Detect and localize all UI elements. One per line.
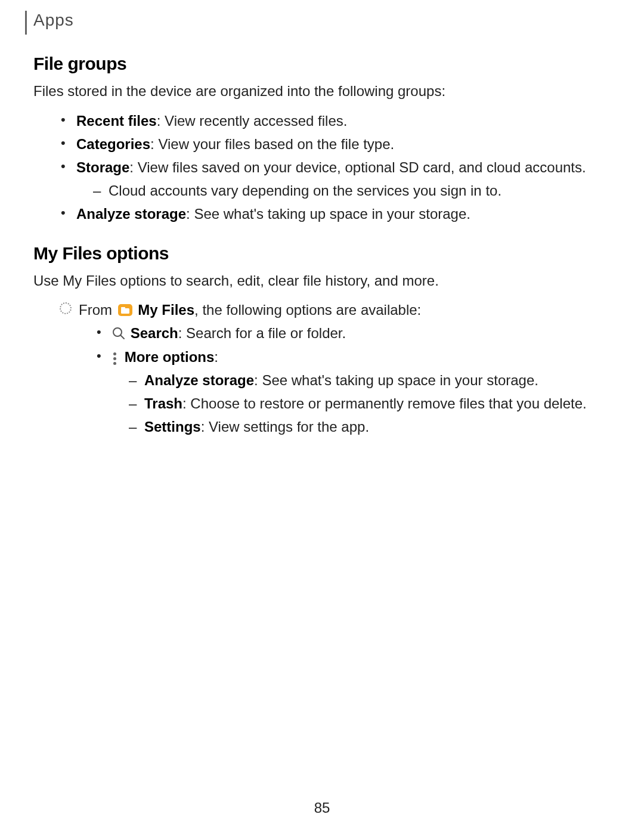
list-item: More options: Analyze storage: See what'… — [97, 346, 611, 438]
more-options-icon — [112, 351, 117, 364]
heading-file-groups: File groups — [33, 54, 611, 74]
item-label: Search — [131, 325, 178, 341]
list-item: Search: Search for a file or folder. — [97, 322, 611, 344]
item-label: Analyze storage — [76, 206, 186, 222]
from-line: From My Files, the following options are… — [61, 299, 611, 438]
item-desc: : Choose to restore or permanently remov… — [182, 395, 587, 411]
item-desc: : View recently accessed files. — [157, 113, 348, 129]
list-item: Recent files: View recently accessed fil… — [61, 110, 611, 132]
item-label: Settings — [144, 419, 201, 435]
circle-bullet-icon — [60, 302, 72, 314]
heading-my-files-options: My Files options — [33, 243, 611, 264]
item-desc: : See what's taking up space in your sto… — [186, 206, 470, 222]
intro-file-groups: Files stored in the device are organized… — [33, 81, 611, 101]
item-desc: : View your files based on the file type… — [150, 136, 394, 152]
item-desc: : View files saved on your device, optio… — [129, 159, 586, 175]
intro-my-files-options: Use My Files options to search, edit, cl… — [33, 271, 611, 291]
list-item: Settings: View settings for the app. — [129, 416, 611, 438]
breadcrumb: Apps — [33, 11, 611, 30]
from-suffix: , the following options are available: — [194, 302, 421, 318]
item-label: Categories — [76, 136, 150, 152]
item-desc: : See what's taking up space in your sto… — [254, 372, 538, 388]
item-colon: : — [214, 349, 218, 365]
svg-rect-1 — [121, 308, 129, 314]
page: Apps File groups Files stored in the dev… — [0, 0, 644, 833]
list-item: Cloud accounts vary depending on the ser… — [93, 179, 611, 202]
item-desc: Cloud accounts vary depending on the ser… — [109, 182, 501, 199]
list-item: Analyze storage: See what's taking up sp… — [61, 203, 611, 225]
options-list: Search: Search for a file or folder. Mor… — [97, 322, 611, 438]
my-files-label: My Files — [138, 302, 194, 318]
list-item: Trash: Choose to restore or permanently … — [129, 392, 611, 414]
page-number: 85 — [0, 800, 644, 816]
list-item: Analyze storage: See what's taking up sp… — [129, 369, 611, 391]
item-label: Storage — [76, 159, 129, 175]
item-label: More options — [125, 349, 215, 365]
sub-list: Cloud accounts vary depending on the ser… — [93, 179, 611, 202]
item-desc: : Search for a file or folder. — [178, 325, 346, 341]
my-files-folder-icon — [117, 301, 133, 314]
list-item: Categories: View your files based on the… — [61, 133, 611, 155]
header-rule — [25, 11, 27, 35]
item-desc: : View settings for the app. — [201, 419, 369, 435]
svg-line-4 — [120, 335, 124, 339]
more-sub-list: Analyze storage: See what's taking up sp… — [129, 369, 611, 438]
item-label: Trash — [144, 395, 182, 411]
file-groups-list: Recent files: View recently accessed fil… — [61, 110, 611, 225]
from-prefix: From — [79, 302, 116, 318]
svg-rect-2 — [121, 307, 125, 309]
search-icon — [112, 324, 125, 337]
list-item: Storage: View files saved on your device… — [61, 156, 611, 202]
item-label: Recent files — [76, 113, 157, 129]
item-label: Analyze storage — [144, 372, 254, 388]
